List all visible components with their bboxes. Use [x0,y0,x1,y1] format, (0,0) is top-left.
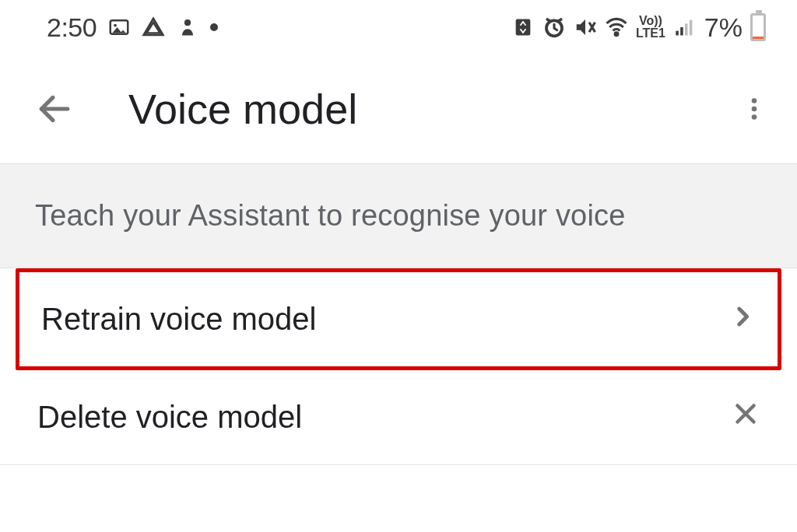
svg-point-12 [752,114,757,120]
vibrate-mute-icon [574,16,597,39]
svg-point-10 [752,98,757,103]
svg-point-2 [184,19,191,26]
list-item-label: Delete voice model [37,400,302,435]
alarm-icon [542,16,566,39]
status-time: 2:50 [47,12,97,43]
network-lte-indicator: Vo))LTE1 [636,15,665,40]
battery-percent: 7% [704,12,743,43]
delete-voice-model-row[interactable]: Delete voice model [0,370,797,465]
svg-point-11 [752,107,757,112]
svg-rect-6 [676,31,679,36]
svg-point-1 [114,24,117,27]
back-button[interactable] [35,89,74,128]
chevron-right-icon [729,302,756,337]
section-header: Teach your Assistant to recognise your v… [0,163,797,268]
dot-icon [210,23,218,31]
close-icon[interactable] [732,400,760,435]
more-options-button[interactable] [735,89,774,128]
app-bar: Voice model [0,54,797,163]
svg-point-5 [615,33,618,36]
retrain-voice-model-row[interactable]: Retrain voice model [16,268,781,370]
picture-icon [107,16,131,39]
battery-icon [750,13,766,41]
wifi-icon [605,16,628,39]
page-title: Voice model [128,85,680,133]
recycle-icon [511,16,535,39]
person-icon [176,16,199,39]
signal-icon [673,16,697,39]
svg-rect-8 [685,23,688,35]
list-item-label: Retrain voice model [41,302,317,337]
svg-rect-9 [690,20,693,36]
warning-triangle-icon [142,16,165,39]
status-right: Vo))LTE1 7% [511,12,766,43]
svg-rect-7 [680,27,683,36]
status-left: 2:50 [47,12,218,43]
status-bar: 2:50 Vo))LTE1 7% [0,0,797,54]
